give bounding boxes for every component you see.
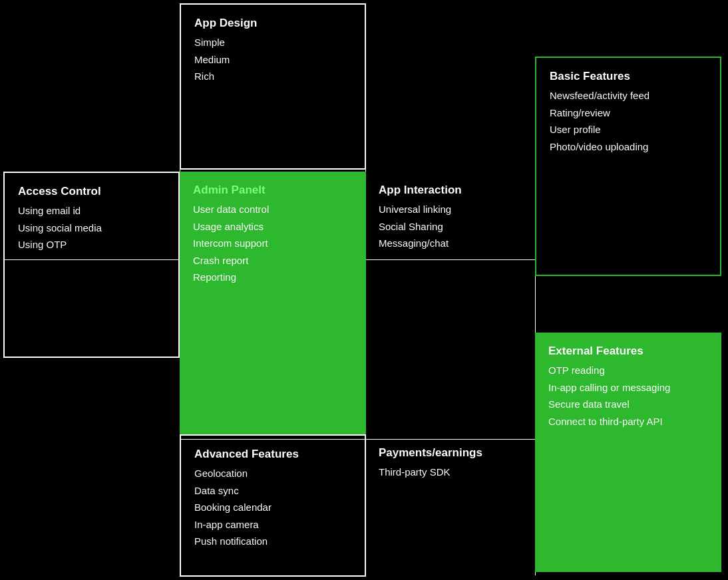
- basic-features-item-2: Rating/review: [550, 104, 707, 122]
- basic-features-item-1: Newsfeed/activity feed: [550, 87, 707, 104]
- advanced-features-cell: Advanced Features Geolocation Data sync …: [180, 434, 366, 577]
- app-design-item-2: Medium: [194, 51, 351, 69]
- advanced-features-item-1: Geolocation: [194, 465, 351, 482]
- access-control-item-3: Using OTP: [18, 236, 165, 253]
- advanced-features-title: Advanced Features: [194, 448, 351, 461]
- admin-panel-item-2: Usage analytics: [193, 218, 353, 235]
- advanced-features-item-2: Data sync: [194, 482, 351, 500]
- payments-title: Payments/earnings: [379, 446, 522, 460]
- advanced-features-item-4: In-app camera: [194, 516, 351, 533]
- app-interaction-title: App Interaction: [379, 184, 522, 197]
- app-interaction-item-2: Social Sharing: [379, 218, 522, 235]
- app-design-cell: App Design Simple Medium Rich: [180, 3, 366, 170]
- admin-panel-title: Admin Panelt: [193, 184, 353, 197]
- advanced-features-item-5: Push notification: [194, 533, 351, 550]
- access-control-cell: Access Control Using email id Using soci…: [3, 172, 180, 358]
- diagram: App Design Simple Medium Rich Basic Feat…: [0, 0, 728, 580]
- external-features-title: External Features: [548, 345, 708, 358]
- basic-features-cell: Basic Features Newsfeed/activity feed Ra…: [535, 57, 721, 276]
- external-features-cell: External Features OTP reading In-app cal…: [535, 333, 721, 572]
- app-design-title: App Design: [194, 17, 351, 30]
- app-interaction-item-3: Messaging/chat: [379, 235, 522, 252]
- payments-item-1: Third-party SDK: [379, 464, 522, 481]
- access-control-item-1: Using email id: [18, 202, 165, 219]
- basic-features-item-3: User profile: [550, 121, 707, 138]
- admin-panel-item-5: Reporting: [193, 269, 353, 286]
- access-control-item-2: Using social media: [18, 219, 165, 237]
- app-interaction-item-1: Universal linking: [379, 201, 522, 218]
- external-features-item-4: Connect to third-party API: [548, 413, 708, 430]
- external-features-item-1: OTP reading: [548, 362, 708, 379]
- app-interaction-cell: App Interaction Universal linking Social…: [365, 172, 535, 358]
- external-features-item-3: Secure data travel: [548, 396, 708, 413]
- admin-panel-item-3: Intercom support: [193, 235, 353, 252]
- basic-features-item-4: Photo/video uploading: [550, 138, 707, 156]
- advanced-features-item-3: Booking calendar: [194, 499, 351, 516]
- app-design-item-1: Simple: [194, 34, 351, 51]
- external-features-item-2: In-app calling or messaging: [548, 379, 708, 396]
- admin-panel-cell: Admin Panelt User data control Usage ana…: [180, 172, 366, 434]
- payments-cell: Payments/earnings Third-party SDK: [365, 434, 535, 574]
- admin-panel-item-4: Crash report: [193, 252, 353, 269]
- app-design-item-3: Rich: [194, 68, 351, 85]
- admin-panel-item-1: User data control: [193, 201, 353, 218]
- access-control-title: Access Control: [18, 185, 165, 198]
- basic-features-title: Basic Features: [550, 70, 707, 83]
